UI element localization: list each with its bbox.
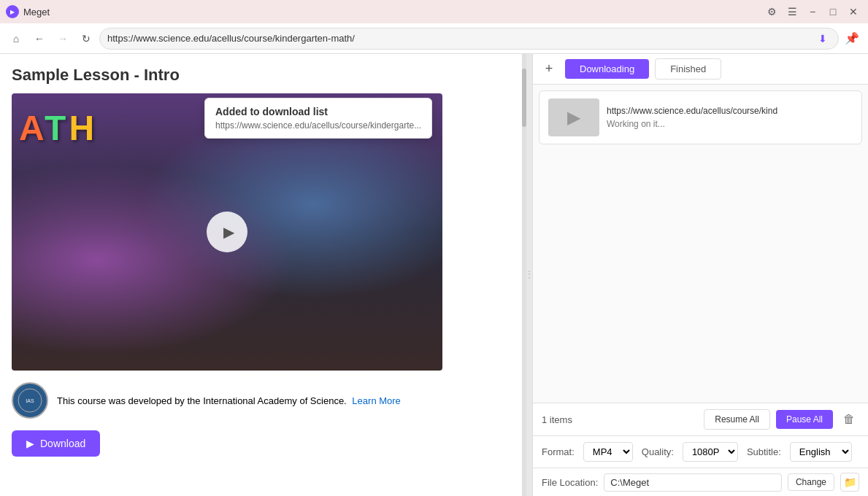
play-button[interactable] — [207, 212, 247, 252]
back-button[interactable]: ← — [29, 28, 50, 49]
scroll-thumb[interactable] — [522, 69, 526, 127]
file-location-label: File Location: — [542, 477, 598, 488]
delete-button[interactable]: 🗑 — [839, 409, 859, 430]
course-desc-text: This course was developed by the Interna… — [57, 395, 347, 406]
download-thumbnail: ▶ — [548, 98, 599, 136]
download-status: Working on it... — [607, 119, 853, 129]
items-count: 1 items — [542, 414, 698, 425]
learn-more-link[interactable]: Learn More — [352, 395, 400, 406]
refresh-button[interactable]: ↻ — [76, 28, 96, 49]
titlebar-left: Meget — [6, 5, 50, 18]
download-tooltip: Added to download list https://www.scien… — [204, 98, 432, 139]
app-icon — [6, 5, 19, 18]
format-row: Format: MP4 MP3 AVI MOV Quality: 1080P 7… — [533, 435, 868, 468]
app-title: Meget — [23, 7, 50, 18]
close-button[interactable]: ✕ — [845, 3, 862, 20]
course-description: This course was developed by the Interna… — [57, 395, 401, 406]
navbar: ⌂ ← → ↻ ⬇ 📌 — [0, 23, 868, 54]
math-overlay: ATH — [19, 108, 97, 148]
home-button[interactable]: ⌂ — [6, 28, 26, 49]
address-input[interactable] — [107, 33, 810, 44]
file-location-row: File Location: Change 📁 — [533, 468, 868, 496]
address-bar-container[interactable]: ⬇ — [99, 28, 839, 50]
pause-all-button[interactable]: Pause All — [776, 410, 833, 429]
settings-button[interactable]: ⚙ — [763, 3, 780, 20]
subtitle-select[interactable]: English None Spanish French — [790, 442, 852, 462]
folder-button[interactable]: 📁 — [840, 473, 859, 492]
tooltip-title: Added to download list — [215, 106, 421, 117]
forward-button[interactable]: → — [53, 28, 73, 49]
titlebar-controls: ⚙ ☰ − □ ✕ — [763, 3, 862, 20]
items-row: 1 items Resume All Pause All 🗑 — [533, 403, 868, 435]
change-location-button[interactable]: Change — [788, 473, 834, 491]
school-logo-svg: IAS — [18, 388, 42, 413]
tab-downloading[interactable]: Downloading — [565, 59, 649, 79]
format-label: Format: — [542, 446, 575, 457]
download-page-button[interactable]: ▶ Download — [12, 430, 100, 457]
pin-button[interactable]: 📌 — [842, 28, 862, 49]
download-url: https://www.science.edu/acellus/course/k… — [607, 106, 853, 116]
school-logo: IAS — [12, 382, 48, 419]
file-location-input[interactable] — [604, 473, 782, 492]
tab-finished[interactable]: Finished — [655, 58, 721, 80]
titlebar: Meget ⚙ ☰ − □ ✕ — [0, 0, 868, 23]
tooltip-url: https://www.science.edu/acellus/course/k… — [215, 120, 421, 131]
download-list: ▶ https://www.science.edu/acellus/course… — [533, 85, 868, 403]
main-content: Added to download list https://www.scien… — [0, 54, 868, 496]
resume-all-button[interactable]: Resume All — [704, 409, 770, 430]
quality-select[interactable]: 1080P 720P 480P 360P — [683, 442, 738, 462]
add-tab-button[interactable]: + — [539, 59, 559, 80]
page-title: Sample Lesson - Intro — [12, 66, 510, 85]
download-btn-label: Download — [40, 438, 85, 449]
subtitle-label: Subtitle: — [747, 446, 781, 457]
minimize-button[interactable]: − — [804, 3, 821, 20]
panel-divider[interactable]: ⋮ — [526, 54, 532, 496]
format-select[interactable]: MP4 MP3 AVI MOV — [583, 442, 633, 462]
browser: ⌂ ← → ↻ ⬇ 📌 Added to download list https… — [0, 23, 868, 496]
letter-t: T — [45, 109, 69, 147]
quality-label: Quality: — [642, 446, 674, 457]
download-panel: + Downloading Finished ▶ https://www.sci… — [532, 54, 868, 496]
page-download-button[interactable]: ⬇ — [815, 31, 831, 47]
download-item: ▶ https://www.science.edu/acellus/course… — [539, 90, 862, 144]
tab-bar: + Downloading Finished — [533, 54, 868, 85]
menu-button[interactable]: ☰ — [783, 3, 801, 20]
maximize-button[interactable]: □ — [824, 3, 842, 20]
webpage: Added to download list https://www.scien… — [0, 54, 522, 496]
download-btn-icon: ▶ — [26, 438, 34, 449]
svg-text:IAS: IAS — [26, 398, 34, 403]
letter-a: A — [19, 109, 45, 147]
scroll-indicator[interactable] — [522, 54, 526, 496]
course-info: IAS This course was developed by the Int… — [12, 382, 510, 419]
thumbnail-play-icon: ▶ — [567, 107, 580, 128]
download-info: https://www.science.edu/acellus/course/k… — [607, 106, 853, 129]
letter-h: H — [69, 109, 97, 147]
